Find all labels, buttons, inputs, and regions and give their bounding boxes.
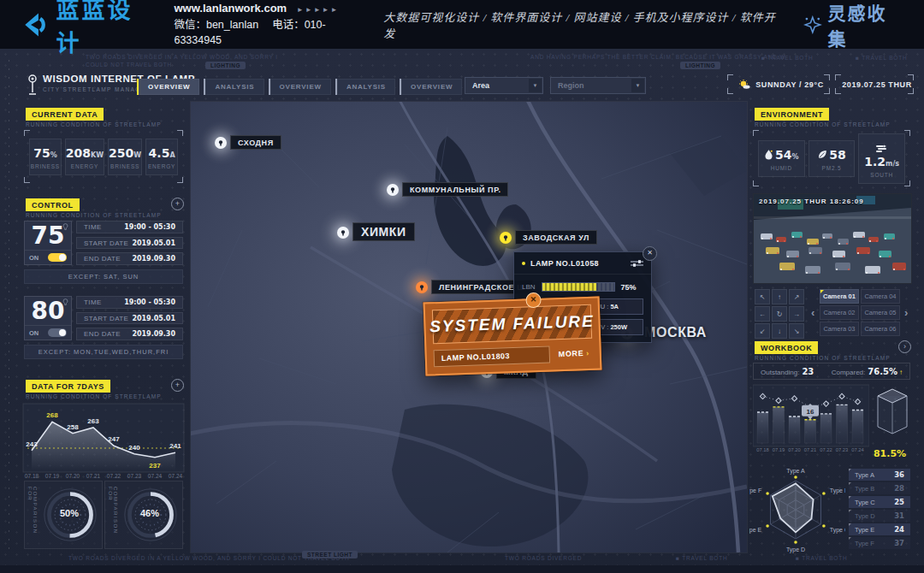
svg-text:07.19: 07.19 xyxy=(45,473,60,479)
camera-select-camera-04[interactable]: Camera 04 xyxy=(861,289,900,304)
bulb-icon xyxy=(62,298,68,307)
svg-text:07.24: 07.24 xyxy=(148,473,163,479)
svg-text:Type F: Type F xyxy=(749,487,761,494)
type-list-row[interactable]: Type E24 xyxy=(849,523,910,535)
outstanding-value: 23 xyxy=(802,367,814,376)
site-url[interactable]: www.lanlanwork.com xyxy=(174,2,287,15)
camera-select-camera-01[interactable]: Camera 01 xyxy=(820,289,859,304)
app-root: 蓝蓝设计 www.lanlanwork.com ►►►►► 微信：ben_lan… xyxy=(0,0,924,573)
workbook-bar-chart: 07.1807.1907.2007.2107.2207.2307.2416 xyxy=(753,383,869,457)
area-select[interactable]: Area ▼ xyxy=(465,77,543,94)
date-widget: 2019.07.25 THUR xyxy=(835,74,914,94)
failure-plate: SYSTEM FAILURE xyxy=(432,304,592,344)
control-add-button[interactable]: + xyxy=(171,198,184,210)
camera-select-camera-03[interactable]: Camera 03 xyxy=(820,322,859,336)
lbn-progress-bar xyxy=(542,282,615,292)
workbook-more-button[interactable]: › xyxy=(898,340,911,353)
map-pin-lamp[interactable] xyxy=(385,182,400,198)
panel-title-workbook: WORKBOOK xyxy=(755,341,818,354)
lamp-popup-title: LAMP NO.L01058 xyxy=(530,259,631,268)
svg-text:Type E: Type E xyxy=(749,527,761,534)
deco-pill: LIGHTING xyxy=(205,62,246,69)
camera-pan-button[interactable]: ↑ xyxy=(772,289,787,304)
cube-3d-icon xyxy=(874,387,910,438)
chevron-down-icon: ▼ xyxy=(529,79,542,92)
comparison-gauge-2: COMPARISON FOR 46% xyxy=(104,481,183,549)
camera-feed[interactable]: 2019.07.25 THUR 18:26:09 xyxy=(753,193,912,284)
banner-contact: www.lanlanwork.com ►►►►► 微信：ben_lanlan电话… xyxy=(174,1,383,48)
tab-analysis[interactable]: ANALYSIS xyxy=(335,79,395,95)
gauge-value: 50% xyxy=(56,508,83,518)
camera-pan-button[interactable]: → xyxy=(789,306,804,322)
comparison-gauge-1: COMPARISON FOR 50% xyxy=(24,481,103,549)
type-list-row[interactable]: Type C25 xyxy=(849,496,910,508)
svg-text:07.22: 07.22 xyxy=(107,473,121,479)
tab-analysis[interactable]: ANALYSIS xyxy=(204,79,264,95)
deco-checkbox: ■ TRAVEL BOTH xyxy=(856,55,907,61)
type-list-row[interactable]: Type D31 xyxy=(849,510,910,522)
camera-pan-button[interactable]: ↗ xyxy=(789,289,804,304)
svg-text:243: 243 xyxy=(26,440,38,448)
settings-sliders-icon[interactable] xyxy=(631,259,643,268)
camera-pan-button[interactable]: ↙ xyxy=(755,323,770,339)
map-pin-lamp[interactable] xyxy=(213,135,228,151)
svg-text:Type C: Type C xyxy=(830,527,845,534)
status-dot xyxy=(522,262,525,265)
camera-next-button[interactable]: › xyxy=(904,306,908,319)
tab-overview[interactable]: OVERVIEW xyxy=(137,79,199,95)
svg-text:07.23: 07.23 xyxy=(836,447,849,452)
map-pin-lamp[interactable] xyxy=(498,230,513,245)
map-pin-lamp[interactable] xyxy=(335,225,351,240)
svg-text:07.19: 07.19 xyxy=(773,447,785,452)
panel-subtitle: RUNNING CONDITION OF STREETLAMP xyxy=(26,212,162,218)
arrows-decoration: ►►►►► xyxy=(297,6,340,14)
left-ruler-decoration xyxy=(9,60,9,556)
region-select[interactable]: Region ▼ xyxy=(550,77,646,94)
on-label: ON xyxy=(29,329,38,337)
svg-text:247: 247 xyxy=(108,435,120,443)
camera-select-camera-02[interactable]: Camera 02 xyxy=(820,305,859,320)
camera-select-camera-05[interactable]: Camera 05 xyxy=(861,305,900,320)
svg-text:07.22: 07.22 xyxy=(820,447,832,452)
svg-text:07.21: 07.21 xyxy=(804,447,817,452)
power-toggle[interactable] xyxy=(48,253,67,262)
svg-text:16: 16 xyxy=(807,408,814,416)
power-toggle[interactable] xyxy=(48,328,67,337)
lbn-label: LBN xyxy=(522,283,536,291)
stat-cell: 1.2m/sSOUTH xyxy=(858,133,905,184)
camera-pan-button[interactable]: ↖ xyxy=(755,289,770,304)
weather-text: SUNNDAY / 29°C xyxy=(755,80,824,89)
outstanding-label: Outstanding: xyxy=(761,369,799,376)
camera-pan-button[interactable]: ← xyxy=(755,306,770,322)
popup-close-button[interactable]: ✕ xyxy=(643,246,657,261)
lbn-percent: 75% xyxy=(621,283,637,292)
camera-refresh-button[interactable]: ↻ xyxy=(772,306,787,322)
camera-prev-button[interactable]: ‹ xyxy=(811,306,814,319)
tab-overview[interactable]: OVERVIEW xyxy=(400,79,462,95)
weather-widget: SUNNDAY / 29°C xyxy=(727,74,830,94)
leaf-icon xyxy=(817,148,829,162)
promo-banner: 蓝蓝设计 www.lanlanwork.com ►►►►► 微信：ben_lan… xyxy=(0,0,924,49)
type-list-row[interactable]: Type B28 xyxy=(849,482,910,494)
map-pin-lamp[interactable] xyxy=(414,280,429,295)
camera-pan-button[interactable]: ↓ xyxy=(772,323,787,339)
more-button[interactable]: MORE› xyxy=(555,349,593,359)
camera-pan-button[interactable]: ↘ xyxy=(789,323,804,339)
tab-overview[interactable]: OVERVIEW xyxy=(269,79,331,95)
schedule-row: TIME19:00 - 05:30 xyxy=(76,296,183,309)
deco-checkbox: ■ TRAVEL BOTH xyxy=(761,55,813,61)
deco-pill: STREET LIGHT xyxy=(302,551,358,558)
data7-add-button[interactable]: + xyxy=(171,379,184,392)
environment-panel: 54%HUMID58PM2.51.2m/sSOUTH xyxy=(753,130,910,186)
map-place-label: СХОДНЯ xyxy=(230,135,281,150)
camera-list: Camera 01Camera 02Camera 03Camera 04Came… xyxy=(820,289,900,336)
inspiration-collection[interactable]: 灵感收集 xyxy=(803,0,905,50)
type-list: Type A36Type B28Type C25Type D31Type E24… xyxy=(849,469,910,549)
panel-title-current-data: CURRENT DATA xyxy=(26,108,104,121)
type-list-row[interactable]: Type A36 xyxy=(849,469,910,481)
deco-pill: LIGHTING xyxy=(680,62,720,69)
panel-title-environment: ENVIRONMENT xyxy=(755,108,829,121)
workbook-stats: Outstanding:23 Compared:76.5%↑ xyxy=(753,363,910,380)
camera-select-camera-06[interactable]: Camera 06 xyxy=(861,322,900,336)
type-list-row[interactable]: Type F37 xyxy=(849,537,910,549)
